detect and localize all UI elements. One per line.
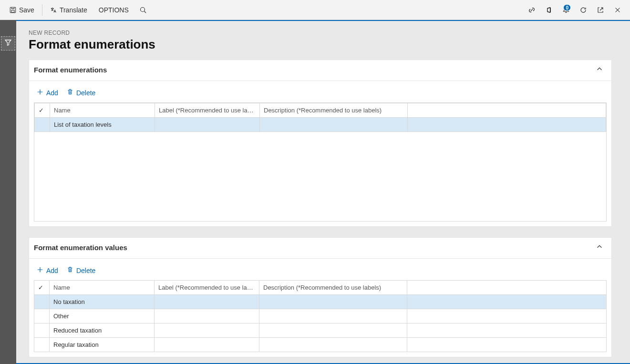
- cell-label[interactable]: [155, 338, 259, 352]
- cell-label[interactable]: [155, 118, 260, 132]
- notifications-button[interactable]: 0: [558, 0, 575, 20]
- chevron-up-icon: [596, 66, 603, 74]
- section2-title: Format enumeration values: [34, 243, 127, 252]
- row-select-cell[interactable]: [34, 324, 50, 338]
- trash-icon: [67, 266, 73, 274]
- save-icon: [10, 7, 16, 13]
- section1-add-button[interactable]: Add: [37, 89, 58, 97]
- column-name[interactable]: Name: [50, 281, 155, 295]
- section-format-enumerations: Format enumerations Add: [29, 60, 612, 227]
- filter-icon: [4, 39, 12, 48]
- chevron-up-icon: [596, 243, 603, 252]
- section2-header[interactable]: Format enumeration values: [29, 238, 611, 259]
- cell-fill: [408, 118, 606, 132]
- table-header-row: ✓ Name Label (*Recommended to use labels…: [34, 281, 607, 295]
- breadcrumb: NEW RECORD: [29, 30, 612, 36]
- popout-button[interactable]: [592, 0, 609, 20]
- check-icon: ✓: [38, 284, 43, 291]
- column-select[interactable]: ✓: [35, 103, 50, 118]
- office-button[interactable]: [540, 0, 558, 20]
- translate-button[interactable]: Translate: [44, 0, 93, 20]
- cell-fill: [407, 309, 607, 324]
- cell-description[interactable]: [259, 309, 407, 324]
- column-fill: [407, 281, 607, 295]
- table-header-row: ✓ Name Label (*Recommended to use labels…: [35, 103, 606, 118]
- office-icon: [545, 6, 553, 14]
- attach-button[interactable]: [523, 0, 540, 20]
- column-description[interactable]: Description (*Recommended to use labels): [259, 281, 407, 295]
- plus-icon: [37, 89, 43, 97]
- cell-name[interactable]: Regular taxation: [50, 338, 155, 352]
- filter-button[interactable]: [1, 36, 15, 51]
- section2-add-button[interactable]: Add: [37, 266, 58, 274]
- cell-name[interactable]: No taxation: [50, 295, 155, 309]
- options-label: OPTIONS: [99, 6, 129, 14]
- row-select-cell[interactable]: [34, 295, 50, 309]
- cell-label[interactable]: [155, 324, 259, 338]
- section1-delete-button[interactable]: Delete: [67, 89, 95, 97]
- cell-fill: [407, 338, 607, 352]
- svg-point-2: [140, 7, 145, 11]
- table-row[interactable]: Other: [34, 309, 607, 324]
- bell-icon: 0: [562, 6, 570, 14]
- section1-title: Format enumerations: [34, 66, 107, 74]
- main-scroll[interactable]: NEW RECORD Format enumerations Format en…: [16, 20, 630, 364]
- options-button[interactable]: OPTIONS: [93, 0, 134, 20]
- section-format-enumeration-values: Format enumeration values Add: [29, 237, 612, 357]
- divider: [42, 4, 42, 16]
- cell-label[interactable]: [155, 295, 259, 309]
- save-button[interactable]: Save: [4, 0, 40, 20]
- refresh-button[interactable]: [575, 0, 592, 20]
- column-fill: [408, 103, 606, 118]
- plus-icon: [37, 266, 43, 274]
- column-select[interactable]: ✓: [34, 281, 50, 295]
- cell-label[interactable]: [155, 309, 259, 324]
- section2-add-label: Add: [46, 267, 58, 274]
- popout-icon: [597, 6, 604, 14]
- section2-delete-label: Delete: [76, 267, 95, 274]
- cell-name[interactable]: List of taxation levels: [50, 118, 155, 132]
- save-label: Save: [19, 6, 34, 14]
- search-button[interactable]: [134, 0, 152, 20]
- row-select-cell[interactable]: [35, 118, 50, 132]
- cell-fill: [407, 324, 607, 338]
- section1-grid[interactable]: ✓ Name Label (*Recommended to use labels…: [34, 103, 606, 132]
- cell-name[interactable]: Reduced taxation: [50, 324, 155, 338]
- column-label[interactable]: Label (*Recommended to use labels): [155, 103, 260, 118]
- check-icon: ✓: [39, 107, 44, 114]
- table-row[interactable]: Reduced taxation: [34, 324, 607, 338]
- column-name[interactable]: Name: [50, 103, 155, 118]
- trash-icon: [67, 89, 73, 97]
- section2-grid[interactable]: ✓ Name Label (*Recommended to use labels…: [34, 280, 607, 352]
- search-icon: [139, 6, 147, 14]
- table-row[interactable]: Regular taxation: [34, 338, 607, 352]
- column-description[interactable]: Description (*Recommended to use labels): [260, 103, 408, 118]
- row-select-cell[interactable]: [34, 338, 50, 352]
- cell-fill: [407, 295, 607, 309]
- translate-icon: [50, 7, 57, 13]
- link-icon: [528, 6, 536, 14]
- translate-label: Translate: [60, 6, 87, 14]
- cell-description[interactable]: [259, 295, 407, 309]
- close-button[interactable]: [609, 0, 626, 20]
- refresh-icon: [579, 6, 587, 14]
- cell-description[interactable]: [260, 118, 408, 132]
- svg-rect-1: [11, 10, 14, 12]
- command-bar: Save Translate OPTIONS: [0, 0, 630, 20]
- section1-header[interactable]: Format enumerations: [29, 60, 611, 81]
- section1-delete-label: Delete: [76, 89, 95, 97]
- section2-delete-button[interactable]: Delete: [67, 266, 95, 274]
- row-select-cell[interactable]: [34, 309, 50, 324]
- cell-description[interactable]: [259, 324, 407, 338]
- filter-rail: [0, 20, 16, 364]
- close-icon: [614, 7, 621, 13]
- column-label[interactable]: Label (*Recommended to use labels): [155, 281, 259, 295]
- section1-add-label: Add: [46, 89, 58, 97]
- notifications-count: 0: [563, 4, 571, 11]
- table-row[interactable]: List of taxation levels: [35, 118, 606, 132]
- cell-name[interactable]: Other: [50, 309, 155, 324]
- cell-description[interactable]: [259, 338, 407, 352]
- page-title: Format enumerations: [29, 37, 612, 52]
- table-row[interactable]: No taxation: [34, 295, 607, 309]
